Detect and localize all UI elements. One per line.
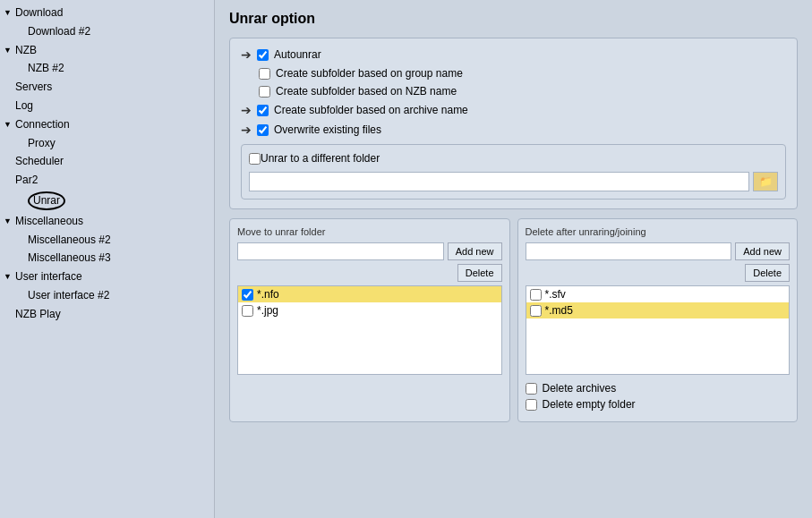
delete-item-checkbox-0[interactable] <box>530 289 542 301</box>
sidebar-item-par2[interactable]: Par2 <box>0 171 214 190</box>
subfolder-group-label: Create subfolder based on group name <box>276 67 463 80</box>
sidebar: ▼DownloadDownload #2▼NZBNZB #2ServersLog… <box>0 0 215 518</box>
sidebar-label-nzb: NZB <box>15 43 37 58</box>
sidebar-label-connection: Connection <box>15 117 70 132</box>
folder-input-row: 📁 <box>249 172 778 191</box>
arrow-autounrar: ➔ <box>241 47 252 62</box>
options-panel: ➔ Autounrar Create subfolder based on gr… <box>229 38 798 209</box>
delete-empty-checkbox[interactable] <box>526 399 537 411</box>
move-add-button[interactable]: Add new <box>448 242 502 260</box>
folder-browse-button[interactable]: 📁 <box>753 172 778 191</box>
delete-empty-label: Delete empty folder <box>543 398 636 411</box>
sidebar-label-user-interface2: User interface #2 <box>28 288 109 303</box>
two-panel-row: Move to unrar folder Add new Delete *.nf… <box>229 218 798 422</box>
sidebar-item-miscellaneous2[interactable]: Miscellaneous #2 <box>0 231 214 250</box>
delete-panel: Delete after unraring/joining Add new De… <box>517 218 799 422</box>
subfolder-archive-label: Create subfolder based on archive name <box>274 104 468 116</box>
move-panel-title: Move to unrar folder <box>237 226 502 237</box>
arrow-overwrite: ➔ <box>241 123 252 137</box>
delete-delete-button[interactable]: Delete <box>745 264 790 282</box>
unrar-folder-checkbox[interactable] <box>249 153 261 165</box>
move-input[interactable] <box>237 242 444 260</box>
move-file-list: *.nfo*.jpg <box>237 285 502 375</box>
sidebar-label-par2: Par2 <box>15 173 38 188</box>
sidebar-item-log[interactable]: Log <box>0 97 214 115</box>
arrow-subfolder-archive: ➔ <box>241 103 252 117</box>
delete-delete-controls: Delete <box>526 264 791 282</box>
sidebar-label-miscellaneous: Miscellaneous <box>15 214 83 229</box>
sidebar-label-nzb-play: NZB Play <box>15 307 61 322</box>
sidebar-item-miscellaneous[interactable]: ▼Miscellaneous <box>0 212 214 231</box>
delete-file-item-1[interactable]: *.md5 <box>526 302 790 318</box>
sidebar-label-miscellaneous3: Miscellaneous #3 <box>28 251 111 266</box>
move-delete-button[interactable]: Delete <box>457 264 502 282</box>
unrar-folder-label: Unrar to a different folder <box>261 152 380 165</box>
subfolder-group-checkbox[interactable] <box>259 68 270 80</box>
delete-item-label-0: *.sfv <box>545 288 566 301</box>
toggle-expand-download: ▼ <box>4 7 13 19</box>
subfolder-archive-row: ➔ Create subfolder based on archive name <box>241 103 786 117</box>
main-content: Unrar option ➔ Autounrar Create subfolde… <box>215 0 812 518</box>
sidebar-item-download[interactable]: ▼Download <box>0 4 214 22</box>
sidebar-item-connection[interactable]: ▼Connection <box>0 115 214 134</box>
sidebar-item-nzb[interactable]: ▼NZB <box>0 41 214 60</box>
sidebar-item-miscellaneous3[interactable]: Miscellaneous #3 <box>0 249 214 267</box>
delete-input[interactable] <box>526 242 732 260</box>
subfolder-archive-checkbox[interactable] <box>257 105 269 116</box>
delete-item-checkbox-1[interactable] <box>530 305 542 317</box>
sidebar-label-user-interface: User interface <box>15 269 82 284</box>
move-panel-controls: Add new <box>237 242 502 260</box>
delete-empty-row: Delete empty folder <box>526 398 791 411</box>
bottom-options: Delete archives Delete empty folder <box>526 382 791 411</box>
page-title: Unrar option <box>229 11 798 27</box>
sidebar-label-download: Download <box>15 5 63 21</box>
move-file-item-1[interactable]: *.jpg <box>238 302 501 318</box>
move-file-item-0[interactable]: *.nfo <box>238 286 501 302</box>
delete-archives-label: Delete archives <box>543 382 617 395</box>
subfolder-nzb-label: Create subfolder based on NZB name <box>276 85 457 98</box>
move-item-checkbox-1[interactable] <box>242 305 253 317</box>
sidebar-item-user-interface[interactable]: ▼User interface <box>0 267 214 286</box>
autounrar-checkbox[interactable] <box>257 49 269 61</box>
toggle-expand-miscellaneous: ▼ <box>4 216 13 227</box>
sidebar-label-proxy: Proxy <box>28 136 56 151</box>
folder-path-input[interactable] <box>249 172 749 191</box>
subfolder-group-row: Create subfolder based on group name <box>241 67 786 80</box>
autounrar-label: Autounrar <box>274 48 321 61</box>
overwrite-checkbox[interactable] <box>257 124 269 136</box>
sidebar-label-miscellaneous2: Miscellaneous #2 <box>28 233 111 248</box>
sidebar-item-scheduler[interactable]: Scheduler <box>0 152 214 171</box>
sidebar-item-unrar[interactable]: Unrar <box>0 190 214 212</box>
folder-header: Unrar to a different folder <box>249 152 778 165</box>
unrar-folder-section: Unrar to a different folder 📁 <box>241 144 786 200</box>
sidebar-item-user-interface2[interactable]: User interface #2 <box>0 286 214 305</box>
sidebar-item-servers[interactable]: Servers <box>0 78 214 97</box>
delete-archives-row: Delete archives <box>526 382 791 395</box>
sidebar-label-download2: Download #2 <box>28 24 90 39</box>
subfolder-nzb-checkbox[interactable] <box>259 86 270 98</box>
sidebar-item-nzb-play[interactable]: NZB Play <box>0 305 214 324</box>
sidebar-item-proxy[interactable]: Proxy <box>0 134 214 153</box>
delete-panel-title: Delete after unraring/joining <box>526 226 791 237</box>
move-item-checkbox-0[interactable] <box>242 289 253 301</box>
overwrite-label: Overwrite existing files <box>274 123 381 136</box>
autounrar-row: ➔ Autounrar <box>241 47 786 62</box>
move-delete-controls: Delete <box>237 264 502 282</box>
sidebar-label-unrar: Unrar <box>28 191 65 210</box>
sidebar-label-servers: Servers <box>15 80 52 95</box>
delete-panel-controls: Add new <box>526 242 791 260</box>
sidebar-item-download2[interactable]: Download #2 <box>0 22 214 41</box>
delete-file-item-0[interactable]: *.sfv <box>526 286 790 302</box>
overwrite-row: ➔ Overwrite existing files <box>241 123 786 137</box>
sidebar-label-scheduler: Scheduler <box>15 154 64 169</box>
sidebar-label-log: Log <box>15 98 33 114</box>
delete-item-label-1: *.md5 <box>545 304 573 317</box>
sidebar-label-nzb2: NZB #2 <box>28 61 64 76</box>
move-item-label-1: *.jpg <box>257 304 278 317</box>
delete-add-button[interactable]: Add new <box>735 242 790 260</box>
move-item-label-0: *.nfo <box>257 288 279 301</box>
toggle-expand-user-interface: ▼ <box>4 271 13 283</box>
subfolder-nzb-row: Create subfolder based on NZB name <box>241 85 786 98</box>
sidebar-item-nzb2[interactable]: NZB #2 <box>0 59 214 78</box>
delete-archives-checkbox[interactable] <box>526 383 537 395</box>
